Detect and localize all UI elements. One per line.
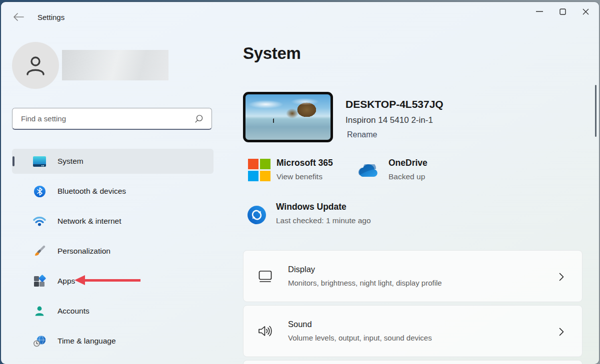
card-subtitle: Monitors, brightness, night light, displ… <box>288 279 442 287</box>
tile-title: Windows Update <box>276 202 371 212</box>
page-title: System <box>243 44 301 63</box>
next-settings-card-partial[interactable] <box>243 360 582 364</box>
sidebar-item-label: Bluetooth & devices <box>58 187 126 196</box>
system-icon <box>33 156 46 167</box>
sidebar-item-apps[interactable]: Apps <box>12 269 214 294</box>
tile-title: OneDrive <box>388 158 428 168</box>
minimize-icon <box>536 11 543 12</box>
device-wallpaper-thumbnail <box>243 92 333 142</box>
card-title: Display <box>288 265 315 274</box>
vertical-scrollbar[interactable] <box>595 85 596 137</box>
microsoft-365-tile[interactable]: Microsoft 365 View benefits <box>248 159 333 181</box>
settings-window: Settings <box>1 2 599 364</box>
tile-title: Microsoft 365 <box>276 158 333 168</box>
user-avatar[interactable] <box>12 42 59 89</box>
display-settings-card[interactable]: Display Monitors, brightness, night ligh… <box>243 250 582 302</box>
sidebar-item-label: Accounts <box>58 307 90 316</box>
display-icon <box>258 270 273 286</box>
sidebar-item-network-internet[interactable]: Network & internet <box>12 209 214 234</box>
tile-subtitle: View benefits <box>276 172 333 181</box>
maximize-button[interactable] <box>551 3 574 20</box>
device-model: Inspiron 14 5410 2-in-1 <box>346 115 433 125</box>
onedrive-icon <box>357 159 380 181</box>
person-icon <box>24 53 48 77</box>
sidebar-item-label: Apps <box>58 277 75 286</box>
close-button[interactable] <box>574 3 597 20</box>
card-title: Sound <box>288 320 312 329</box>
sidebar-item-accounts[interactable]: Accounts <box>12 299 214 324</box>
bluetooth-icon <box>33 186 46 197</box>
microsoft-logo-icon <box>248 159 270 181</box>
windows-update-icon <box>248 204 270 226</box>
sound-icon <box>258 324 274 340</box>
sidebar-item-label: System <box>58 157 84 166</box>
time-language-icon <box>33 336 46 347</box>
sidebar-item-time-language[interactable]: Time & language <box>12 329 214 354</box>
search-input[interactable] <box>12 114 194 123</box>
sidebar-item-label: Time & language <box>58 337 116 346</box>
sidebar-item-label: Personalization <box>58 247 110 256</box>
search-box <box>12 108 212 130</box>
sidebar-nav: System Bluetooth & devices Network & <box>12 149 214 359</box>
tile-subtitle: Backed up <box>388 172 428 181</box>
minimize-button[interactable] <box>528 3 551 20</box>
card-subtitle: Volume levels, output, input, sound devi… <box>288 334 432 342</box>
tile-subtitle: Last checked: 1 minute ago <box>276 216 371 225</box>
back-button[interactable] <box>11 11 26 25</box>
sound-settings-card[interactable]: Sound Volume levels, output, input, soun… <box>243 305 582 357</box>
chevron-right-icon <box>559 273 564 283</box>
window-controls <box>528 3 597 20</box>
close-icon <box>582 8 589 15</box>
window-title: Settings <box>38 13 64 21</box>
sidebar-item-system[interactable]: System <box>12 149 214 174</box>
user-name-redacted <box>62 50 168 80</box>
accounts-icon <box>33 306 46 317</box>
device-name: DESKTOP-4L537JQ <box>346 98 444 110</box>
sidebar-item-label: Network & internet <box>58 217 122 226</box>
selected-accent-bar <box>12 156 14 166</box>
personalization-icon <box>33 245 46 257</box>
chevron-right-icon <box>559 328 564 338</box>
sidebar-item-personalization[interactable]: Personalization <box>12 239 214 264</box>
sidebar-item-bluetooth-devices[interactable]: Bluetooth & devices <box>12 179 214 204</box>
rename-link[interactable]: Rename <box>347 130 377 139</box>
maximize-icon <box>560 8 566 15</box>
windows-update-tile[interactable]: Windows Update Last checked: 1 minute ag… <box>248 204 371 226</box>
network-icon <box>33 216 46 226</box>
back-arrow-icon <box>13 12 24 23</box>
apps-icon <box>33 276 46 287</box>
onedrive-tile[interactable]: OneDrive Backed up <box>357 159 428 181</box>
search-icon[interactable] <box>194 114 212 123</box>
